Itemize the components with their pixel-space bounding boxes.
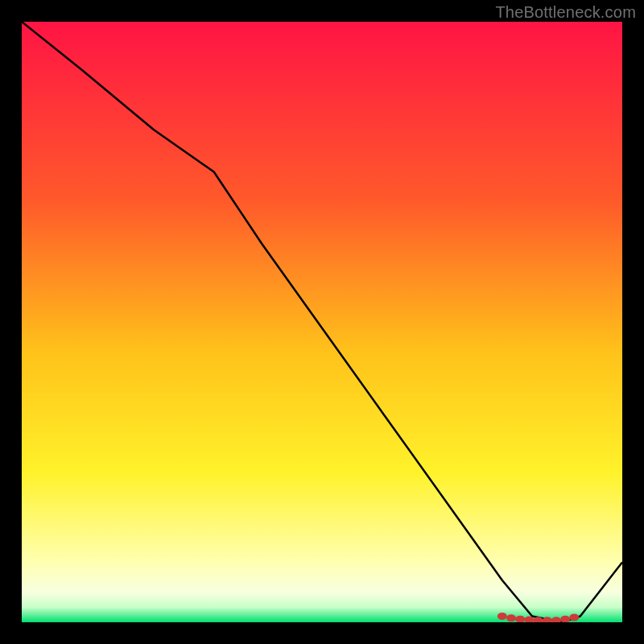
chart-svg — [22, 22, 622, 622]
chart-frame: TheBottleneck.com — [0, 0, 644, 644]
attribution-text: TheBottleneck.com — [495, 3, 636, 22]
background-rect — [22, 22, 622, 622]
data-marker — [569, 614, 579, 621]
data-marker — [497, 613, 507, 620]
plot-area — [22, 22, 622, 622]
data-marker — [506, 614, 516, 621]
